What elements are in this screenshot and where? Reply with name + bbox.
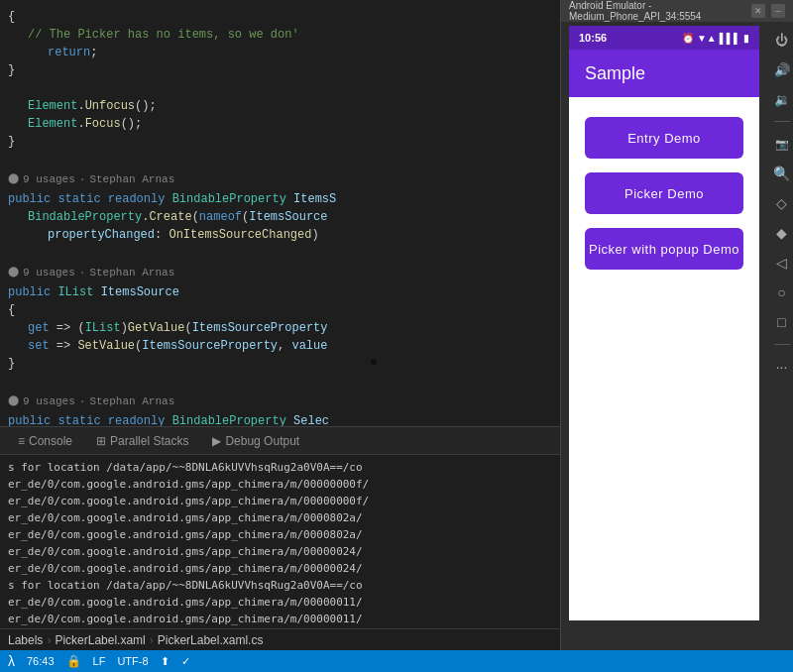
status-position: 76:43 (27, 655, 55, 667)
wifi-icon: ▼▲ (697, 33, 717, 44)
breadcrumb-item[interactable]: Labels (8, 633, 43, 647)
console-line: s for location /data/app/~~8DNLA6kUVVhsq… (0, 577, 560, 594)
picker-popup-demo-button[interactable]: Picker with popup Demo (585, 228, 743, 270)
app-title: Sample (585, 63, 645, 84)
console-line: er_de/0/com.google.android.gms/app_chime… (0, 476, 560, 493)
phone-screen: 10:56 ⏰ ▼▲ ▌▌▌ ▮ Sample Entry Demo Picke… (569, 26, 759, 620)
emulator-titlebar: Android Emulator - Medium_Phone_API_34:5… (561, 0, 793, 22)
tab-console-label: Console (29, 434, 72, 448)
filled-diamond-icon[interactable]: ◆ (772, 223, 792, 243)
status-lf: LF (93, 655, 106, 667)
recents-icon[interactable]: □ (772, 312, 792, 332)
close-button[interactable]: ✕ (751, 4, 765, 18)
tab-debug-output[interactable]: ▶ Debug Output (202, 430, 309, 452)
breadcrumb-item[interactable]: PickerLabel.xaml.cs (158, 633, 264, 647)
phone-time: 10:56 (579, 32, 607, 44)
console-line: er_de/0/com.google.android.gms/app_chime… (0, 526, 560, 543)
back-icon[interactable]: ◁ (772, 253, 792, 273)
tab-parallel-stacks[interactable]: ⊞ Parallel Stacks (86, 430, 198, 452)
console-output: s for location /data/app/~~8DNLA6kUVVhsq… (0, 455, 560, 643)
phone-status-bar: 10:56 ⏰ ▼▲ ▌▌▌ ▮ (569, 26, 759, 50)
more-icon[interactable]: ··· (772, 357, 792, 377)
picker-demo-button[interactable]: Picker Demo (585, 172, 743, 214)
minimize-button[interactable]: – (771, 4, 785, 18)
console-line: er_de/0/com.google.android.gms/app_chime… (0, 611, 560, 627)
volume-up-icon[interactable]: 🔊 (772, 59, 792, 79)
battery-icon: ▮ (743, 33, 749, 44)
console-icon: ≡ (18, 434, 25, 448)
bottom-tabs: ≡ Console ⊞ Parallel Stacks ▶ Debug Outp… (0, 427, 560, 455)
volume-down-icon[interactable]: 🔉 (772, 89, 792, 109)
console-line: er_de/0/com.google.android.gms/app_chime… (0, 509, 560, 526)
entry-demo-button[interactable]: Entry Demo (585, 117, 743, 159)
status-lock-icon: 🔒 (66, 654, 81, 668)
diamond-icon[interactable]: ◇ (772, 193, 792, 213)
tab-debug-label: Debug Output (225, 434, 299, 448)
toolbar-separator (774, 121, 790, 122)
meta-usages-2: ⬤ 9 usages · Stephan Arnas (0, 262, 560, 283)
status-encoding: UTF-8 (117, 655, 148, 667)
camera-icon[interactable]: 📷 (772, 134, 792, 154)
console-line: er_de/0/com.google.android.gms/app_chime… (0, 493, 560, 509)
emulator-window: Android Emulator - Medium_Phone_API_34:5… (560, 0, 793, 650)
zoom-icon[interactable]: 🔍 (772, 164, 792, 183)
parallel-stacks-icon: ⊞ (96, 434, 106, 448)
status-check-icon: ✓ (181, 655, 190, 668)
breadcrumb: Labels › PickerLabel.xaml › PickerLabel.… (0, 628, 560, 650)
meta-usages-3: ⬤ 9 usages · Stephan Arnas (0, 391, 560, 412)
emulator-title: Android Emulator - Medium_Phone_API_34:5… (569, 0, 751, 22)
status-bar: λ 76:43 🔒 LF UTF-8 ⬆ ✓ (0, 650, 793, 672)
emulator-toolbar: ⏻ 🔊 🔉 📷 🔍 ◇ ◆ ◁ ○ □ ··· (769, 22, 793, 650)
debug-output-icon: ▶ (212, 434, 221, 448)
tab-parallel-label: Parallel Stacks (110, 434, 188, 448)
phone-content: Entry Demo Picker Demo Picker with popup… (569, 97, 759, 289)
console-line: s for location /data/app/~~8DNLA6kUVVhsq… (0, 459, 560, 476)
status-upload-icon: ⬆ (161, 655, 170, 668)
signal-icon: ▌▌▌ (720, 33, 740, 44)
toolbar-separator-2 (774, 344, 790, 345)
power-icon[interactable]: ⏻ (772, 30, 792, 50)
phone-appbar: Sample (569, 50, 759, 97)
breadcrumb-item[interactable]: PickerLabel.xaml (55, 633, 145, 647)
console-line: er_de/0/com.google.android.gms/app_chime… (0, 594, 560, 611)
console-line: er_de/0/com.google.android.gms/app_chime… (0, 560, 560, 577)
phone-signal-icons: ⏰ ▼▲ ▌▌▌ ▮ (682, 33, 749, 44)
console-line: er_de/0/com.google.android.gms/app_chime… (0, 543, 560, 560)
window-controls: ✕ – (751, 4, 785, 18)
code-editor: { // The Picker has no items, so we don'… (0, 0, 560, 426)
home-icon[interactable]: ○ (772, 282, 792, 302)
meta-usages-1: ⬤ 9 usages · Stephan Arnas (0, 168, 560, 190)
tab-console[interactable]: ≡ Console (8, 430, 82, 452)
alarm-icon: ⏰ (682, 33, 694, 44)
status-lambda: λ (8, 653, 15, 669)
